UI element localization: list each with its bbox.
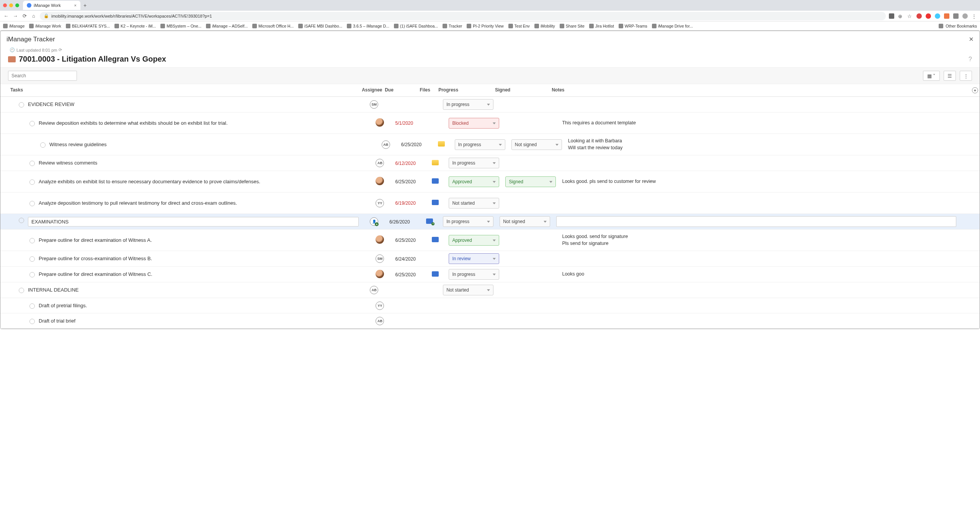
progress-select[interactable]: Not started xyxy=(443,285,493,295)
progress-select[interactable]: Approved xyxy=(449,176,499,187)
table-row[interactable]: Witness review guidelinesAB6/25/2020In p… xyxy=(0,134,980,155)
task-complete-radio[interactable] xyxy=(29,201,35,206)
assignee-avatar-icon[interactable]: SM xyxy=(376,254,384,263)
table-row[interactable]: Analyze deposition testimony to pull rel… xyxy=(0,192,980,214)
ext-icon[interactable] xyxy=(926,13,931,19)
back-button[interactable]: ← xyxy=(3,13,9,19)
ext-icon[interactable] xyxy=(889,13,894,19)
due-date[interactable]: 6/25/2020 xyxy=(395,272,415,277)
task-complete-radio[interactable] xyxy=(19,288,24,293)
signed-select[interactable]: Signed xyxy=(505,176,556,187)
bookmark-item[interactable]: iManage Drive for... xyxy=(652,24,693,28)
progress-select[interactable]: In progress xyxy=(455,139,505,150)
other-bookmarks[interactable]: Other Bookmarks xyxy=(939,24,977,28)
assignee-avatar-icon[interactable] xyxy=(376,118,384,127)
bookmark-item[interactable]: Jira Hotlist xyxy=(589,24,614,28)
due-date[interactable]: 6/26/2020 xyxy=(389,219,410,225)
table-row[interactable]: INTERNAL DEADLINEABNot started xyxy=(0,282,980,298)
home-button[interactable]: ⌂ xyxy=(31,13,37,19)
star-icon[interactable]: ☆ xyxy=(907,13,913,19)
assignee-avatar-icon[interactable] xyxy=(376,235,384,244)
progress-select[interactable]: Approved xyxy=(449,235,499,246)
table-row[interactable]: Draft of pretrial filings.YY xyxy=(0,298,980,313)
assignee-avatar-icon[interactable] xyxy=(376,177,384,185)
more-menu-button[interactable]: ⋮ xyxy=(960,71,972,81)
zoom-icon[interactable]: ⊕ xyxy=(898,13,903,19)
table-row[interactable]: Review witness commentsAB6/12/2020In pro… xyxy=(0,155,980,171)
expand-all-button[interactable]: ☰ xyxy=(944,71,956,81)
menu-icon[interactable]: ⋮ xyxy=(972,13,977,19)
reload-button[interactable]: ⟳ xyxy=(21,13,28,19)
add-assignee-icon[interactable]: 👤 xyxy=(370,217,378,226)
notes-input[interactable] xyxy=(556,216,956,227)
bookmark-item[interactable]: iMobility xyxy=(534,24,555,28)
assignee-avatar-icon[interactable]: YY xyxy=(376,199,384,207)
browser-tab[interactable]: iManage Work × xyxy=(23,1,80,10)
bookmark-item[interactable]: iManage – ADSelf... xyxy=(206,24,248,28)
task-complete-radio[interactable] xyxy=(29,238,35,243)
task-complete-radio[interactable] xyxy=(40,142,46,148)
assignee-avatar-icon[interactable] xyxy=(376,270,384,278)
progress-select[interactable]: In progress xyxy=(443,216,493,227)
due-date[interactable]: 6/12/2020 xyxy=(395,161,415,166)
assignee-avatar-icon[interactable]: SM xyxy=(370,100,378,109)
due-date[interactable]: 5/1/2020 xyxy=(395,121,413,126)
progress-select[interactable]: Blocked xyxy=(449,118,499,129)
progress-select[interactable]: In progress xyxy=(443,99,493,110)
bookmark-item[interactable]: Share Site xyxy=(560,24,585,28)
due-date[interactable]: 6/25/2020 xyxy=(401,142,421,147)
signed-select[interactable]: Not signed xyxy=(500,216,550,227)
ext-icon[interactable] xyxy=(953,13,959,19)
file-doc-icon[interactable] xyxy=(432,200,439,205)
minimize-window-icon[interactable] xyxy=(9,3,13,7)
assignee-avatar-icon[interactable]: AB xyxy=(370,286,378,294)
due-date[interactable]: 6/19/2020 xyxy=(395,201,415,206)
task-name-input[interactable]: EXAMINATIONS xyxy=(28,217,359,227)
bookmark-item[interactable]: 3.6.5 – iManage D... xyxy=(347,24,389,28)
bookmark-item[interactable]: Tracker xyxy=(443,24,462,28)
progress-select[interactable]: In review xyxy=(449,253,499,264)
task-complete-radio[interactable] xyxy=(29,161,35,166)
bookmark-item[interactable]: iSAFE MBI Dashbo... xyxy=(298,24,342,28)
due-date[interactable]: 6/25/2020 xyxy=(395,238,415,243)
table-row[interactable]: EVIDENCE REVIEWSMIn progress xyxy=(0,97,980,112)
table-row[interactable]: Prepare outline for cross-examination of… xyxy=(0,251,980,267)
file-doc-icon[interactable] xyxy=(432,178,439,184)
assignee-avatar-icon[interactable]: AB xyxy=(382,140,390,149)
bookmark-item[interactable]: iManage xyxy=(3,24,24,28)
task-complete-radio[interactable] xyxy=(29,319,35,324)
progress-select[interactable]: In progress xyxy=(449,158,499,168)
table-row[interactable]: EXAMINATIONS👤6/26/2020In progressNot sig… xyxy=(0,214,980,230)
bookmark-item[interactable]: K2 – Keynote - iM... xyxy=(114,24,156,28)
table-row[interactable]: Prepare outline for direct examination o… xyxy=(0,267,980,282)
table-row[interactable]: Review deposition exhibits to determine … xyxy=(0,112,980,134)
file-email-icon[interactable] xyxy=(432,160,439,165)
bookmark-item[interactable]: Test Env xyxy=(508,24,530,28)
table-row[interactable]: Prepare outline for direct examination o… xyxy=(0,230,980,251)
refresh-icon[interactable]: ⟳ xyxy=(59,47,62,52)
task-complete-radio[interactable] xyxy=(29,121,35,126)
bookmark-item[interactable]: MBSystem – One... xyxy=(160,24,201,28)
file-doc-icon[interactable] xyxy=(432,237,439,242)
ext-icon[interactable] xyxy=(944,13,949,19)
help-icon[interactable]: ? xyxy=(969,56,972,63)
assignee-avatar-icon[interactable]: AB xyxy=(376,317,384,325)
search-input[interactable] xyxy=(8,71,77,81)
maximize-window-icon[interactable] xyxy=(15,3,19,7)
table-row[interactable]: Draft of trial briefAB xyxy=(0,313,980,329)
assignee-avatar-icon[interactable]: AB xyxy=(376,159,384,167)
task-complete-radio[interactable] xyxy=(19,102,24,108)
profile-avatar-icon[interactable] xyxy=(962,13,968,19)
close-window-icon[interactable] xyxy=(3,3,7,7)
progress-select[interactable]: In progress xyxy=(449,269,499,280)
file-docp-icon[interactable] xyxy=(426,218,433,224)
ext-icon[interactable] xyxy=(935,13,940,19)
task-complete-radio[interactable] xyxy=(29,256,35,262)
view-toggle-button[interactable]: ▦ ˅ xyxy=(923,71,940,81)
bookmark-item[interactable]: (1) iSAFE Dashboa... xyxy=(394,24,438,28)
due-date[interactable]: 6/24/2020 xyxy=(395,256,415,262)
table-row[interactable]: Analyze exhibits on exhibit list to ensu… xyxy=(0,171,980,192)
new-tab-button[interactable]: + xyxy=(83,2,87,8)
file-doc-icon[interactable] xyxy=(432,271,439,277)
bookmark-item[interactable]: BELKHAYATE SYS... xyxy=(66,24,110,28)
